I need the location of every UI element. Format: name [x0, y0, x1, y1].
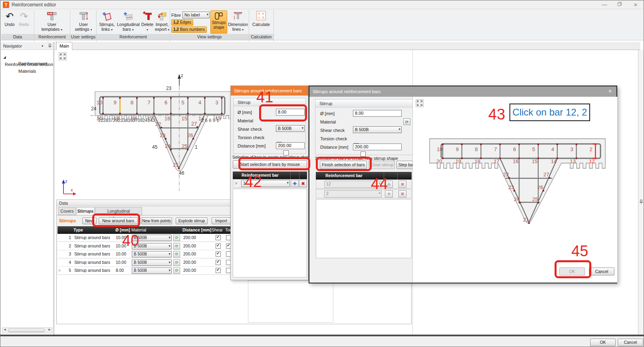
material-combobox[interactable]: B 500B: [276, 125, 305, 132]
bar-number[interactable]: 10: [437, 146, 442, 152]
table-row[interactable]: > 5 Stirrup around bars 8.00 B 500B ⟳ 20…: [57, 267, 238, 275]
bar-dot[interactable]: [221, 97, 223, 99]
scroll-left-icon[interactable]: ◄: [3, 328, 6, 331]
bar-dot[interactable]: [153, 113, 155, 115]
bar-number[interactable]: 19: [456, 158, 461, 164]
stirrups-links-button[interactable]: Stirrups, links: [98, 11, 116, 32]
material-combobox[interactable]: B 500B: [132, 251, 172, 257]
bar-dot[interactable]: [204, 113, 206, 115]
main-vscrollbar[interactable]: [638, 50, 644, 335]
stirrup-preview-drawing[interactable]: 1098765432201918171615141312222723262425…: [424, 134, 609, 234]
longitudinal-bars-button[interactable]: Longitudinal bars: [117, 11, 139, 32]
bar-number[interactable]: 13: [570, 158, 576, 164]
shear-checkbox[interactable]: ✔: [216, 268, 221, 273]
bar-number[interactable]: 26: [537, 184, 543, 190]
table-row[interactable]: 1 Stirrup around bars 10.00 B 500B ⟳ 200…: [57, 234, 238, 242]
bar-dot[interactable]: [557, 144, 559, 146]
fibre-combobox[interactable]: No label: [182, 12, 210, 18]
bar-dot[interactable]: [170, 97, 172, 99]
bar-number[interactable]: 21: [173, 162, 178, 168]
bar-number[interactable]: 23: [160, 132, 165, 138]
bar-number[interactable]: 16: [164, 116, 170, 122]
bar-number[interactable]: 7: [148, 100, 151, 106]
dialog2-cancel-button[interactable]: Cancel: [589, 267, 614, 275]
table-row[interactable]: 4 Stirrup around bars 10.00 B 500B ⟳ 200…: [57, 259, 238, 267]
bar-dot[interactable]: [136, 97, 138, 99]
material-combobox[interactable]: B 500B: [132, 259, 172, 266]
material-refresh-button[interactable]: ⟳: [173, 251, 180, 257]
bar-dot[interactable]: [204, 97, 206, 99]
remove-bar-button[interactable]: ✖: [398, 190, 406, 197]
material-combobox[interactable]: B 500B: [353, 126, 402, 133]
table-row[interactable]: 3 Stirrup around bars 10.00 B 500B ⟳ 200…: [57, 250, 238, 258]
bar-number[interactable]: 24: [514, 196, 519, 202]
remove-bar-button[interactable]: ✖: [398, 181, 406, 188]
distance-input[interactable]: 200.00: [353, 144, 402, 150]
explode-stirrup-button[interactable]: Explode stirrup: [176, 217, 208, 224]
panel-pin-icon[interactable]: [639, 199, 643, 204]
navigator-hscrollbar[interactable]: ◄ ►: [2, 327, 52, 333]
bar-dot[interactable]: [221, 113, 223, 115]
material-refresh-button[interactable]: ⟳: [173, 235, 180, 241]
bar-number[interactable]: 18: [475, 158, 480, 164]
redo-button[interactable]: ↷ Redo: [17, 11, 31, 27]
bar-number[interactable]: 9: [114, 100, 117, 106]
minimize-button[interactable]: —: [598, 0, 610, 9]
bar-number[interactable]: 5: [532, 146, 535, 152]
bar-dot[interactable]: [170, 113, 172, 115]
bar-number[interactable]: 4: [198, 100, 201, 106]
remove-bar-button[interactable]: ✖: [299, 180, 307, 187]
bar-number[interactable]: 23: [508, 184, 514, 190]
user-templates-button[interactable]: User templates: [38, 11, 66, 32]
bar-number[interactable]: 27: [191, 121, 197, 127]
bar-dot[interactable]: [153, 97, 155, 99]
fit-view-button-left[interactable]: [59, 52, 67, 60]
fit-view-button-right[interactable]: [416, 99, 424, 107]
shear-checkbox[interactable]: ✔: [216, 235, 221, 240]
close-button[interactable]: ×: [630, 0, 642, 9]
calculate-button[interactable]: +×÷= Calculate: [251, 11, 271, 27]
tab-covers[interactable]: Covers: [58, 207, 76, 215]
main-cancel-button[interactable]: Cancel: [618, 339, 643, 346]
bar-number[interactable]: 17: [493, 158, 499, 164]
cross-section-view[interactable]: 1098765432019181716151413222723262425212…: [90, 72, 231, 195]
bar-number[interactable]: 12: [589, 158, 594, 164]
bars-numbers-toggle[interactable]: 1,2 Bars numbers: [171, 26, 207, 33]
scroll-right-icon[interactable]: ►: [48, 328, 51, 331]
bar-dot[interactable]: [119, 97, 121, 99]
bar-dot[interactable]: [442, 144, 444, 146]
dialog2-title-bar[interactable]: Stirrups around reinforcement bars: [309, 86, 616, 97]
material-refresh-button[interactable]: ⟳: [173, 243, 180, 249]
bar-number[interactable]: 5: [182, 100, 184, 106]
bar-dot[interactable]: [187, 97, 189, 99]
bar-number[interactable]: 21: [523, 217, 529, 223]
bar-number[interactable]: 15: [532, 158, 537, 164]
navigator-dropdown-icon[interactable]: ▾: [42, 42, 44, 50]
shear-checkbox[interactable]: ✔: [216, 251, 221, 257]
shear-checkbox[interactable]: ✔: [216, 260, 221, 265]
bar-number[interactable]: 15: [182, 116, 187, 122]
table-row[interactable]: 2 Stirrup around bars 10.00 B 500B ⟳ 200…: [57, 242, 238, 250]
main-ok-button[interactable]: OK: [590, 339, 616, 346]
bar-number[interactable]: 20: [436, 158, 442, 164]
dia-input[interactable]: 8.00: [353, 110, 402, 117]
bar-number[interactable]: 22: [155, 121, 161, 127]
expander-icon[interactable]: [3, 56, 6, 59]
bar-dot[interactable]: [518, 144, 520, 146]
sidebar-item-materials[interactable]: Materials: [18, 69, 36, 74]
navigator-pin-icon[interactable]: [48, 44, 52, 48]
import-export-button[interactable]: Import, export: [155, 11, 170, 32]
bar-number[interactable]: 6: [513, 146, 516, 152]
bar-number[interactable]: 22: [503, 172, 509, 177]
delete-button[interactable]: Delete: [140, 11, 155, 32]
undo-button[interactable]: ↶ Undo: [3, 11, 16, 27]
bar-number[interactable]: 8: [131, 100, 133, 106]
bar-dot[interactable]: [187, 113, 189, 115]
bar-dot[interactable]: [537, 144, 539, 146]
import-button[interactable]: Import: [212, 217, 231, 224]
bar-number[interactable]: 7: [494, 146, 497, 152]
tab-main[interactable]: Main: [56, 42, 72, 50]
scrollbar-thumb[interactable]: [8, 329, 45, 332]
bar-number[interactable]: 25: [532, 196, 538, 202]
bar-dot[interactable]: [480, 144, 482, 146]
